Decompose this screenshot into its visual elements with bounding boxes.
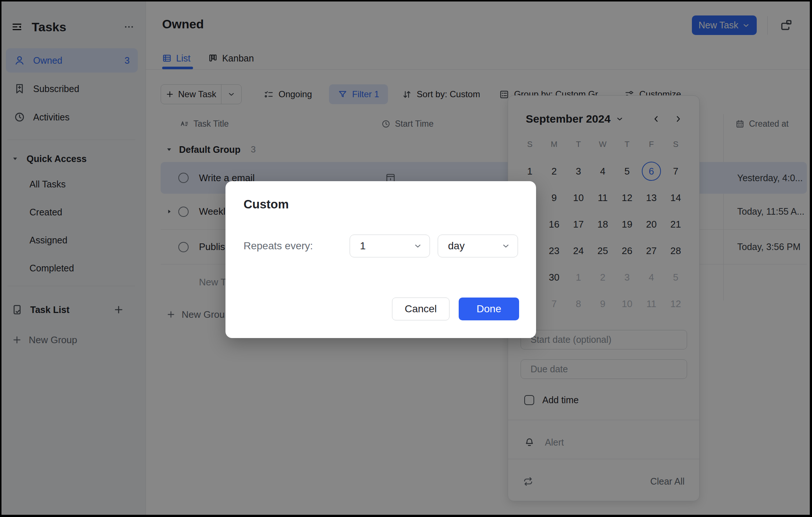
repeat-interval-value: 1 [360,240,366,252]
tasks-app: Tasks Owned 3 Subscribed [1,1,810,515]
app-window: Tasks Owned 3 Subscribed [0,0,812,517]
chevron-down-icon [413,242,422,250]
custom-repeat-dialog: Custom Repeats every: 1 day Cancel Done [225,181,536,338]
chevron-down-icon [501,242,510,250]
repeat-unit-select[interactable]: day [438,235,518,257]
done-button[interactable]: Done [459,298,519,320]
repeat-unit-value: day [448,240,465,252]
cancel-button[interactable]: Cancel [392,298,449,320]
repeat-interval-select[interactable]: 1 [350,235,430,257]
repeats-every-label: Repeats every: [244,235,313,257]
dialog-title: Custom [244,197,289,211]
